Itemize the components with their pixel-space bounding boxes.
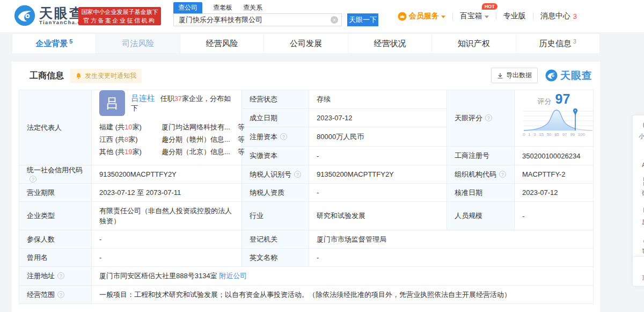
watermark-logo: 天眼查 <box>545 69 592 83</box>
rep-region-row: 江西 (共8家) 趣分期（赣州）信息... 等 <box>99 133 234 146</box>
rep-region-row: 福建 (共10家) 厦门均达网络科技有... 等 <box>99 121 234 133</box>
chevron-down-icon <box>441 16 445 18</box>
tab-label: 公司发展 <box>290 39 322 49</box>
field-insured-count-label: 参保人数 <box>19 230 92 249</box>
tab-label: 企业背景 <box>35 39 68 49</box>
score-bell-curve-chart <box>522 107 594 133</box>
tab-operating-status[interactable]: 经营状况 <box>348 33 432 54</box>
section-header: 工商信息 发生变更时通知我 导出数据 <box>12 62 600 90</box>
sidebar-item-feedback[interactable]: 反馈 <box>633 201 644 230</box>
divider <box>496 12 496 20</box>
change-notify-button[interactable]: 发生变更时通知我 <box>70 69 142 83</box>
top-menu: 会员服务 HOT 百宝箱 专业版 消息中心 3 <box>398 11 577 21</box>
search-tab-relation[interactable]: 查关系 <box>243 2 262 13</box>
company-link[interactable]: 趣分期（北京）信息... <box>162 146 236 158</box>
info-icon[interactable] <box>485 114 492 121</box>
hot-badge: HOT <box>482 3 497 10</box>
rep-region-row: 其他 (共19家) 趣分期（北京）信息... 等 <box>99 146 234 158</box>
download-icon <box>497 72 503 79</box>
menu-toolbox-label: 百宝箱 <box>460 11 482 21</box>
sidebar-item-miniprogram[interactable]: 小程序 <box>633 115 644 144</box>
tab-company-background[interactable]: 企业背景 5 <box>12 33 96 54</box>
field-paid-capital-label: 实缴资本 <box>242 147 309 165</box>
tab-intellectual-property[interactable]: 知识产权 <box>431 33 516 54</box>
field-staff-size-value: - <box>515 202 594 230</box>
company-nav-tabs: 企业背景 5 司法风险 经营风险 公司发展 经营状况 知识产权 历史信息 3 <box>12 33 600 54</box>
company-search-input[interactable] <box>173 13 342 26</box>
field-reg-address-value: 厦门市同安区梧侣大社里888号3134室 附近公司 <box>92 267 594 286</box>
field-insured-count-value: - <box>92 230 242 249</box>
field-business-status-label: 经营状态 <box>242 90 309 109</box>
info-icon[interactable] <box>499 171 506 178</box>
gov-badge-line2: 官方备案企业征信机构 <box>78 16 161 25</box>
score-chart-cell: 评分97 <box>515 90 594 147</box>
export-label: 导出数据 <box>506 71 532 80</box>
tab-label: 历史信息 <box>539 39 572 49</box>
field-reg-address-label: 注册地址 <box>19 267 92 286</box>
back-to-top-panel: 顶部 <box>632 256 644 286</box>
divider <box>452 12 453 20</box>
menu-vip-services[interactable]: 会员服务 <box>398 11 445 21</box>
field-reg-number-label: 工商注册号 <box>447 147 515 165</box>
tab-count: 5 <box>69 38 72 45</box>
info-icon[interactable] <box>57 291 64 298</box>
legal-rep-name-link[interactable]: 吕连柱 <box>131 93 155 103</box>
menu-message-center[interactable]: 消息中心 3 <box>540 11 577 21</box>
bell-icon <box>75 72 82 79</box>
company-link[interactable]: 趣分期（赣州）信息... <box>162 133 236 146</box>
menu-toolbox[interactable]: HOT 百宝箱 <box>460 11 489 21</box>
sidebar-item-wechat[interactable]: 微信 <box>633 172 644 201</box>
info-icon[interactable] <box>280 133 287 140</box>
menu-pro-version[interactable]: 专业版 <box>503 11 526 21</box>
menu-vip-label: 会员服务 <box>409 11 439 21</box>
field-staff-size-label: 人员规模 <box>447 202 515 230</box>
sidebar-item-label: 微信 <box>642 189 644 197</box>
section-title: 工商信息 <box>30 70 64 82</box>
company-link[interactable]: 厦门均达网络科技有... <box>162 121 236 133</box>
message-count-badge: 3 <box>573 12 577 20</box>
sidebar-item-label: 客服 <box>642 247 644 255</box>
field-score-label: 天眼评分 <box>447 90 515 147</box>
score-axis-labels: 013 155085 9799100 <box>522 132 586 137</box>
tab-label: 经营风险 <box>206 39 238 49</box>
tianyancha-logo-icon <box>545 69 558 82</box>
tab-company-development[interactable]: 公司发展 <box>264 33 348 54</box>
field-english-name-value: - <box>309 249 594 267</box>
info-icon[interactable] <box>294 171 301 178</box>
tab-label: 知识产权 <box>458 39 490 49</box>
sidebar-item-label: 反馈 <box>642 218 644 226</box>
field-business-term-value: 2023-07-12 至 2073-07-11 <box>92 184 242 202</box>
export-data-button[interactable]: 导出数据 <box>491 68 538 83</box>
search-button[interactable]: 天眼一下 <box>347 13 378 26</box>
tab-history-info[interactable]: 历史信息 3 <box>516 33 600 54</box>
field-taxpayer-id-value: 91350200MACPTTFY2Y <box>309 165 447 184</box>
gov-badge-line1: 国家中小企业发展子基金旗下 <box>78 8 161 16</box>
clear-search-icon[interactable]: × <box>331 16 338 24</box>
search-tab-boss[interactable]: 查老板 <box>213 2 232 13</box>
info-icon[interactable] <box>57 272 64 279</box>
divider <box>533 12 533 20</box>
field-reg-authority-value: 厦门市市场监督管理局 <box>309 230 594 249</box>
back-to-top-button[interactable]: 顶部 <box>633 257 644 286</box>
page: 天眼查 TianYanCha.com 国家中小企业发展子基金旗下 官方备案企业征… <box>0 0 644 312</box>
info-icon[interactable] <box>30 176 36 183</box>
legal-rep-avatar[interactable]: 吕 <box>99 90 125 116</box>
search-tab-company[interactable]: 查公司 <box>173 2 202 13</box>
nearby-companies-link[interactable]: 附近公司 <box>219 272 247 280</box>
site-header: 天眼查 TianYanCha.com 国家中小企业发展子基金旗下 官方备案企业征… <box>0 0 644 32</box>
field-approval-date-label: 核准日期 <box>447 184 515 202</box>
field-business-scope-value: 一般项目：工程和技术研究和试验发展；以自有资金从事投资活动。（除依法须经批准的项… <box>92 286 594 304</box>
search-area: 查公司 查老板 查关系 × 天眼一下 <box>173 3 378 26</box>
field-paid-capital-value: - <box>309 147 447 165</box>
field-taxpayer-id-label: 纳税人识别号 <box>242 165 309 184</box>
sidebar-item-app[interactable]: APP <box>633 144 644 172</box>
tab-operating-risk[interactable]: 经营风险 <box>180 33 264 54</box>
field-industry-label: 行业 <box>242 202 309 230</box>
tab-label: 经营状况 <box>374 39 406 49</box>
field-approval-date-value: 2023-07-12 <box>515 184 594 202</box>
legal-rep-cell: 吕 吕连柱 任职37家企业，分布如下 福建 (共10家) 厦门均达网络科技有..… <box>92 90 242 165</box>
field-establish-date-label: 成立日期 <box>242 109 309 127</box>
tab-judicial-risk[interactable]: 司法风险 <box>96 33 180 54</box>
gov-certification-badge: 国家中小企业发展子基金旗下 官方备案企业征信机构 <box>78 7 161 25</box>
sidebar-item-service[interactable]: 客服 <box>633 230 644 259</box>
